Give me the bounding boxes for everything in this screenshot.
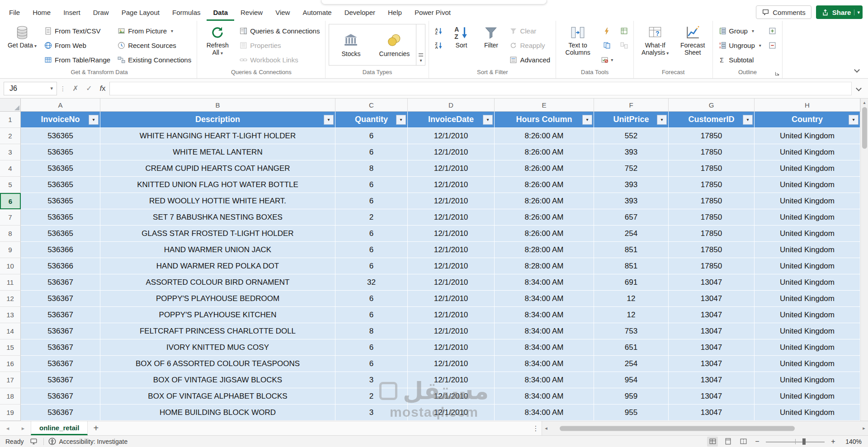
cell[interactable]: 954 [594, 372, 669, 388]
row-header-5[interactable]: 5 [0, 177, 21, 193]
cell[interactable]: 536365 [21, 226, 100, 242]
stocks-button[interactable]: Stocks [329, 24, 373, 65]
row-header-4[interactable]: 4 [0, 160, 21, 177]
cell[interactable]: 17850 [669, 226, 755, 242]
cell[interactable]: 8:28:00 AM [495, 242, 594, 258]
cell[interactable]: 17850 [669, 209, 755, 226]
sort-ascending-button[interactable] [432, 24, 445, 38]
cell[interactable]: 657 [594, 209, 669, 226]
cell[interactable]: 959 [594, 388, 669, 405]
horizontal-scrollbar[interactable]: ◂ ▸ [542, 421, 868, 435]
workbook-links-button[interactable]: Workbook Links [237, 53, 322, 66]
cell[interactable]: 955 [594, 405, 669, 421]
column-header-D[interactable]: D [408, 99, 495, 111]
header-cell-quantity[interactable]: Quantity▾ [335, 112, 408, 128]
cell[interactable]: 6 [335, 356, 408, 372]
cell[interactable]: United Kingdom [755, 242, 860, 258]
cell[interactable]: 17850 [669, 258, 755, 274]
cell[interactable]: HAND WARMER UNION JACK [100, 242, 335, 258]
column-header-H[interactable]: H [755, 99, 860, 111]
filter-dropdown-button[interactable]: ▾ [849, 115, 859, 125]
row-header-16[interactable]: 16 [0, 356, 21, 372]
cell[interactable]: United Kingdom [755, 388, 860, 405]
currencies-button[interactable]: Currencies [373, 24, 416, 65]
cell[interactable]: 12 [594, 291, 669, 307]
row-header-12[interactable]: 12 [0, 291, 21, 307]
reapply-button[interactable]: Reapply [507, 38, 552, 52]
cell[interactable]: 552 [594, 128, 669, 144]
outline-dialog-launcher[interactable] [774, 70, 781, 76]
ribbon-tab-help[interactable]: Help [382, 5, 408, 21]
name-box-dropdown-icon[interactable]: ▾ [50, 85, 53, 91]
cell[interactable]: 6 [335, 242, 408, 258]
comments-button[interactable]: Comments [756, 5, 811, 19]
formula-bar-expand-button[interactable] [852, 82, 865, 95]
zoom-slider-thumb[interactable] [802, 438, 806, 445]
cell[interactable]: 12/1/2010 [408, 339, 495, 356]
row-header-3[interactable]: 3 [0, 144, 21, 160]
cell[interactable]: United Kingdom [755, 307, 860, 323]
cell[interactable]: 13047 [669, 356, 755, 372]
sheet-nav-left-button[interactable]: ◂ [0, 421, 15, 435]
cell[interactable]: 254 [594, 226, 669, 242]
ribbon-tab-file[interactable]: File [3, 5, 26, 21]
cell[interactable]: 12/1/2010 [408, 258, 495, 274]
cell[interactable]: 536365 [21, 128, 100, 144]
cell[interactable]: 12/1/2010 [408, 307, 495, 323]
cell[interactable]: 32 [335, 274, 408, 291]
relationships-button[interactable] [618, 38, 630, 52]
cell[interactable]: 8:28:00 AM [495, 258, 594, 274]
zoom-in-button[interactable]: + [829, 438, 837, 446]
cell[interactable]: United Kingdom [755, 226, 860, 242]
cell[interactable]: United Kingdom [755, 405, 860, 421]
what-if-analysis-button[interactable]: What-If Analysis▾ [637, 23, 673, 58]
cell[interactable]: 13047 [669, 323, 755, 339]
scroll-up-button[interactable]: ▴ [861, 99, 868, 106]
column-header-A[interactable]: A [21, 99, 100, 111]
cell[interactable]: HOME BUILDING BLOCK WORD [100, 405, 335, 421]
queries-connections-button[interactable]: Queries & Connections [237, 24, 322, 38]
cell[interactable]: 8 [335, 160, 408, 177]
row-header-6[interactable]: 6 [0, 193, 21, 209]
cell[interactable]: United Kingdom [755, 258, 860, 274]
cell[interactable]: United Kingdom [755, 160, 860, 177]
data-types-gallery-more-button[interactable]: ▾ [416, 24, 425, 65]
ribbon-tab-data[interactable]: Data [207, 5, 234, 21]
row-header-9[interactable]: 9 [0, 242, 21, 258]
cell[interactable]: 12/1/2010 [408, 274, 495, 291]
sort-descending-button[interactable] [432, 38, 445, 52]
header-cell-customerid[interactable]: CustomerID▾ [669, 112, 755, 128]
sheet-tab-online-retail[interactable]: online_retail [31, 421, 88, 435]
cell[interactable]: 651 [594, 339, 669, 356]
cell[interactable]: 12/1/2010 [408, 193, 495, 209]
cell[interactable]: 17850 [669, 144, 755, 160]
row-header-14[interactable]: 14 [0, 323, 21, 339]
cell[interactable]: 8:34:00 AM [495, 307, 594, 323]
cell[interactable]: 8:26:00 AM [495, 177, 594, 193]
cell[interactable]: 12/1/2010 [408, 160, 495, 177]
filter-dropdown-button[interactable]: ▾ [582, 115, 592, 125]
cell[interactable]: United Kingdom [755, 274, 860, 291]
column-header-F[interactable]: F [594, 99, 669, 111]
confirm-entry-button[interactable]: ✓ [82, 82, 96, 95]
filter-dropdown-button[interactable]: ▾ [743, 115, 753, 125]
cell[interactable]: 13047 [669, 291, 755, 307]
cell[interactable]: 536367 [21, 274, 100, 291]
cell[interactable]: 17850 [669, 177, 755, 193]
column-header-E[interactable]: E [495, 99, 594, 111]
cell[interactable]: KNITTED UNION FLAG HOT WATER BOTTLE [100, 177, 335, 193]
cell[interactable]: United Kingdom [755, 193, 860, 209]
cell[interactable]: 12/1/2010 [408, 323, 495, 339]
cell[interactable]: 8:26:00 AM [495, 209, 594, 226]
cell[interactable]: 393 [594, 193, 669, 209]
cell[interactable]: United Kingdom [755, 323, 860, 339]
cell[interactable]: 8:26:00 AM [495, 193, 594, 209]
filter-dropdown-button[interactable]: ▾ [324, 115, 334, 125]
ribbon-tab-draw[interactable]: Draw [87, 5, 115, 21]
cell[interactable]: 8:34:00 AM [495, 323, 594, 339]
cell[interactable]: 12/1/2010 [408, 209, 495, 226]
cell[interactable]: 8:26:00 AM [495, 226, 594, 242]
properties-button[interactable]: Properties [237, 38, 322, 52]
cell[interactable]: 753 [594, 323, 669, 339]
zoom-slider[interactable] [766, 438, 825, 446]
